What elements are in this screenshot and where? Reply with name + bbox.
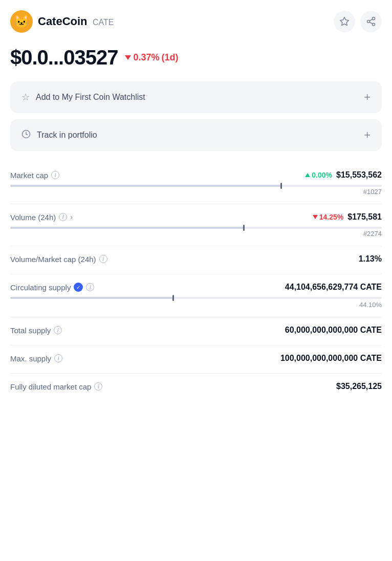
max-supply-value: 100,000,000,000,000 CATE bbox=[280, 354, 382, 363]
coin-logo: 🐱 bbox=[10, 10, 33, 33]
price-down-arrow-icon bbox=[125, 55, 131, 60]
market-cap-label: Market cap i bbox=[10, 171, 59, 180]
fully-diluted-info-icon[interactable]: i bbox=[94, 382, 102, 391]
price-change: 0.37% (1d) bbox=[125, 52, 178, 63]
header-actions bbox=[334, 11, 382, 32]
max-supply-info-icon[interactable]: i bbox=[54, 354, 62, 362]
circulating-supply-top: Circulating supply ✓ i 44,104,656,629,77… bbox=[10, 283, 382, 292]
fully-diluted-value: $35,265,125 bbox=[336, 382, 382, 391]
circulating-progress-fill bbox=[10, 297, 173, 299]
svg-line-4 bbox=[369, 22, 373, 24]
volume-market-cap-value: 1.13% bbox=[359, 254, 382, 264]
circulating-supply-value-row: 44,104,656,629,774 CATE bbox=[285, 283, 382, 292]
circulating-info-icon[interactable]: i bbox=[86, 283, 94, 291]
coin-identity: 🐱 CateCoin CATE bbox=[10, 10, 114, 33]
volume-24h-change: 14.25% bbox=[313, 213, 343, 221]
share-button[interactable] bbox=[360, 11, 382, 32]
market-cap-top: Market cap i 0.00% $15,553,562 bbox=[10, 170, 382, 180]
volume-info-icon[interactable]: i bbox=[59, 213, 67, 221]
volume-chevron-icon[interactable]: › bbox=[70, 213, 73, 221]
coin-ticker: CATE bbox=[93, 18, 114, 27]
market-cap-progress-thumb bbox=[280, 183, 282, 189]
coin-name-group: CateCoin CATE bbox=[38, 15, 114, 28]
max-supply-top: Max. supply i 100,000,000,000,000 CATE bbox=[10, 354, 382, 363]
total-supply-row: Total supply i 60,000,000,000,000 CATE bbox=[10, 317, 382, 346]
total-supply-info-icon[interactable]: i bbox=[54, 326, 62, 334]
circulating-progress-pct: 44.10% bbox=[10, 301, 382, 309]
volume-24h-label: Volume (24h) i › bbox=[10, 213, 73, 222]
portfolio-label: Track in portfolio bbox=[37, 131, 97, 140]
market-cap-row: Market cap i 0.00% $15,553,562 #1027 bbox=[10, 162, 382, 204]
fully-diluted-label: Fully diluted market cap i bbox=[10, 382, 102, 391]
market-cap-progress-bar bbox=[10, 185, 382, 187]
fully-diluted-row: Fully diluted market cap i $35,265,125 bbox=[10, 374, 382, 401]
circulating-supply-row: Circulating supply ✓ i 44,104,656,629,77… bbox=[10, 274, 382, 317]
add-to-watchlist-button[interactable]: ☆ Add to My First Coin Watchlist + bbox=[10, 81, 382, 113]
track-portfolio-button[interactable]: Track in portfolio + bbox=[10, 119, 382, 151]
market-cap-info-icon[interactable]: i bbox=[51, 171, 59, 179]
market-cap-progress-fill bbox=[10, 185, 281, 187]
star-icon: ☆ bbox=[21, 92, 30, 103]
volume-24h-row: Volume (24h) i › 14.25% $175,581 #2274 bbox=[10, 204, 382, 246]
plus-icon-2: + bbox=[364, 128, 371, 142]
watchlist-star-button[interactable] bbox=[334, 11, 355, 32]
fully-diluted-top: Fully diluted market cap i $35,265,125 bbox=[10, 382, 382, 391]
volume-down-icon bbox=[313, 215, 318, 219]
vol-mc-info-icon[interactable]: i bbox=[99, 255, 107, 263]
portfolio-icon bbox=[21, 130, 31, 141]
price-value: $0.0...03527 bbox=[10, 46, 118, 69]
market-cap-change: 0.00% bbox=[305, 171, 332, 179]
circulating-supply-label: Circulating supply ✓ i bbox=[10, 283, 94, 292]
volume-market-cap-value-row: 1.13% bbox=[359, 254, 382, 264]
total-supply-value-row: 60,000,000,000,000 CATE bbox=[285, 326, 382, 335]
market-cap-value: $15,553,562 bbox=[336, 170, 382, 180]
market-cap-value-row: 0.00% $15,553,562 bbox=[305, 170, 382, 180]
max-supply-value-row: 100,000,000,000,000 CATE bbox=[280, 354, 382, 363]
volume-progress-bar bbox=[10, 227, 382, 229]
volume-market-cap-top: Volume/Market cap (24h) i 1.13% bbox=[10, 254, 382, 264]
circulating-progress-thumb bbox=[172, 295, 174, 301]
fully-diluted-value-row: $35,265,125 bbox=[336, 382, 382, 391]
plus-icon: + bbox=[364, 91, 371, 104]
price-row: $0.0...03527 0.37% (1d) bbox=[10, 46, 382, 69]
volume-market-cap-label: Volume/Market cap (24h) i bbox=[10, 255, 107, 264]
max-supply-label: Max. supply i bbox=[10, 354, 62, 363]
total-supply-value: 60,000,000,000,000 CATE bbox=[285, 326, 382, 335]
volume-progress-fill bbox=[10, 227, 244, 229]
stats-section: Market cap i 0.00% $15,553,562 #1027 Vol… bbox=[10, 157, 382, 406]
total-supply-label: Total supply i bbox=[10, 326, 62, 335]
price-change-period: (1d) bbox=[161, 52, 178, 63]
svg-marker-0 bbox=[340, 17, 349, 26]
svg-line-5 bbox=[369, 19, 373, 20]
volume-progress-thumb bbox=[243, 225, 245, 231]
volume-24h-value-row: 14.25% $175,581 bbox=[313, 212, 382, 222]
watchlist-label: Add to My First Coin Watchlist bbox=[36, 93, 145, 102]
price-section: $0.0...03527 0.37% (1d) bbox=[10, 41, 382, 81]
coin-name: CateCoin bbox=[38, 15, 88, 28]
volume-24h-top: Volume (24h) i › 14.25% $175,581 bbox=[10, 212, 382, 222]
market-cap-rank: #1027 bbox=[10, 188, 382, 196]
header: 🐱 CateCoin CATE bbox=[10, 0, 382, 41]
total-supply-top: Total supply i 60,000,000,000,000 CATE bbox=[10, 326, 382, 335]
volume-market-cap-row: Volume/Market cap (24h) i 1.13% bbox=[10, 246, 382, 274]
verified-icon: ✓ bbox=[74, 283, 83, 292]
circulating-progress-bar bbox=[10, 297, 382, 299]
action-buttons-container: ☆ Add to My First Coin Watchlist + Track… bbox=[10, 81, 382, 151]
volume-rank: #2274 bbox=[10, 230, 382, 238]
market-cap-up-icon bbox=[305, 173, 310, 177]
volume-24h-value: $175,581 bbox=[347, 212, 382, 222]
circulating-supply-value: 44,104,656,629,774 CATE bbox=[285, 283, 382, 292]
price-change-pct: 0.37% bbox=[133, 52, 159, 63]
max-supply-row: Max. supply i 100,000,000,000,000 CATE bbox=[10, 346, 382, 374]
